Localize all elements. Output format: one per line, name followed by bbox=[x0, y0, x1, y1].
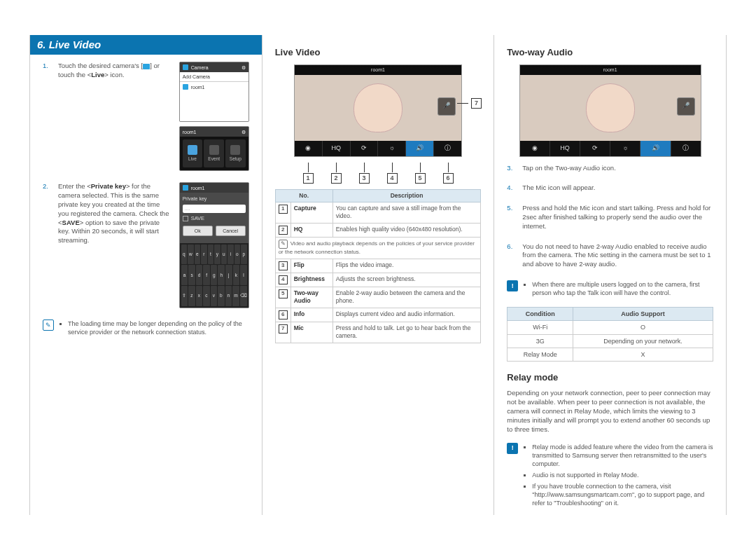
key: x bbox=[196, 286, 203, 306]
toolbar-icon: HQ bbox=[550, 141, 580, 156]
keyboard: qwertyuiopasdfghjkl⇧zxcvbnm⌫ bbox=[180, 243, 248, 308]
step: 6.You do not need to have 2-way Audio en… bbox=[507, 242, 713, 269]
key: l bbox=[240, 265, 247, 285]
tile-live: Live bbox=[183, 139, 203, 167]
table-row: 6InfoDisplays current video and audio in… bbox=[275, 308, 481, 322]
key: b bbox=[218, 286, 225, 306]
audio-support-table: Condition Audio Support Wi-FiO3GDependin… bbox=[507, 307, 713, 362]
section-title: 6. Live Video bbox=[30, 35, 262, 55]
key: a bbox=[181, 265, 188, 285]
th-audio-support: Audio Support bbox=[573, 308, 713, 321]
tile-event: Event bbox=[204, 139, 224, 167]
heading-two-way-audio: Two-way Audio bbox=[507, 46, 713, 59]
live-video-preview: room1 🎤 ◉HQ⟳☼🔊ⓘ bbox=[294, 64, 462, 157]
column-2: Live Video room1 🎤 ◉HQ⟳☼🔊ⓘ 7 123456 No. … bbox=[262, 35, 495, 515]
key: ⇧ bbox=[181, 286, 188, 306]
toolbar-icon: ◉ bbox=[520, 141, 550, 156]
callout: 4 bbox=[378, 163, 406, 184]
callout: 1 bbox=[294, 163, 322, 184]
table-row: Relay ModeX bbox=[507, 348, 713, 361]
callout: 3 bbox=[350, 163, 378, 184]
step-number: 2. bbox=[43, 182, 52, 308]
heading-live-video: Live Video bbox=[275, 46, 482, 59]
key: q bbox=[181, 245, 188, 265]
note-relay-mode: ! Relay mode is added feature where the … bbox=[507, 443, 713, 511]
step-number: 1. bbox=[43, 62, 52, 171]
key: w bbox=[188, 245, 194, 265]
toolbar-icon: 🔊 bbox=[406, 141, 434, 156]
table-row: 4BrightnessAdjusts the screen brightness… bbox=[275, 273, 481, 287]
table-row: ✎Video and audio playback depends on the… bbox=[275, 237, 481, 259]
note-multiple-users: ! When there are multiple users logged o… bbox=[507, 280, 713, 300]
save-checkbox: SAVE bbox=[183, 215, 246, 222]
key: r bbox=[201, 245, 207, 265]
step-text: Enter the <Private key> for the camera s… bbox=[58, 182, 172, 245]
table-row: Wi-FiO bbox=[507, 321, 713, 334]
callout-7: 7 bbox=[457, 98, 482, 109]
key: h bbox=[218, 265, 225, 285]
key: z bbox=[188, 286, 195, 306]
key: e bbox=[195, 245, 201, 265]
screenshot-tiles: room1⚙ Live Event Setup bbox=[179, 126, 249, 171]
key: g bbox=[211, 265, 218, 285]
note-item: If you have trouble connection to the ca… bbox=[532, 482, 713, 507]
toolbar-icon: ◉ bbox=[295, 141, 323, 156]
key: n bbox=[225, 286, 232, 306]
callout: 5 bbox=[406, 163, 434, 184]
info-icon: ✎ bbox=[43, 319, 54, 331]
table-row: 3GDepending on your network. bbox=[507, 334, 713, 348]
toolbar-icon: ⓘ bbox=[671, 141, 701, 156]
alert-icon: ! bbox=[507, 280, 518, 291]
th-desc: Description bbox=[332, 189, 481, 202]
alert-icon: ! bbox=[507, 443, 518, 454]
video-content-placeholder bbox=[354, 83, 402, 132]
step: 4.The Mic icon will appear. bbox=[507, 184, 713, 193]
video-content-placeholder bbox=[586, 83, 635, 132]
th-condition: Condition bbox=[507, 308, 573, 321]
description-table: No. Description 1CaptureYou can capture … bbox=[275, 189, 482, 343]
private-key-label: Private key bbox=[183, 195, 246, 202]
toolbar-icon: HQ bbox=[323, 141, 351, 156]
room-row: room1 bbox=[180, 82, 248, 92]
key: p bbox=[241, 245, 247, 265]
callouts-row: 123456 bbox=[294, 163, 462, 184]
key: k bbox=[233, 265, 240, 285]
table-row: 5Two-way AudioEnable 2-way audio between… bbox=[275, 287, 481, 308]
table-row: 1CaptureYou can capture and save a still… bbox=[275, 202, 481, 224]
key: t bbox=[208, 245, 214, 265]
tile-setup: Setup bbox=[225, 139, 246, 167]
key: ⌫ bbox=[240, 286, 247, 306]
toolbar-icon: ⟳ bbox=[351, 141, 379, 156]
table-row: 7MicPress and hold to talk. Let go to he… bbox=[275, 322, 481, 343]
toolbar-icon: ⓘ bbox=[434, 141, 461, 156]
key: u bbox=[221, 245, 227, 265]
screenshot-private-key: room1 Private key .... SAVE Ok Cancel qw… bbox=[179, 182, 249, 308]
callout: 6 bbox=[434, 163, 462, 184]
key: y bbox=[214, 245, 220, 265]
callout: 2 bbox=[322, 163, 350, 184]
manual-page: 6. Live Video 1. Touch the desired camer… bbox=[29, 35, 727, 515]
note-item: Relay mode is added feature where the vi… bbox=[532, 443, 713, 468]
camera-icon bbox=[143, 64, 150, 69]
key: m bbox=[232, 286, 239, 306]
th-no: No. bbox=[275, 189, 332, 202]
step-1: 1. Touch the desired camera's [] or touc… bbox=[43, 62, 249, 171]
column-1: 6. Live Video 1. Touch the desired camer… bbox=[30, 35, 262, 515]
cancel-button: Cancel bbox=[216, 226, 246, 236]
step-text: Touch the desired camera's [] or touch t… bbox=[58, 62, 172, 80]
room-label: room1 bbox=[520, 65, 701, 75]
key: s bbox=[188, 265, 195, 285]
screenshot-camera-list: Camera⚙ Add Camera room1 bbox=[179, 62, 249, 122]
step-2: 2. Enter the <Private key> for the camer… bbox=[43, 182, 249, 308]
add-camera-row: Add Camera bbox=[180, 72, 248, 82]
mic-icon: 🎤 bbox=[677, 97, 695, 116]
two-way-audio-preview: room1 🎤 ◉HQ⟳☼🔊ⓘ bbox=[519, 64, 701, 157]
mic-icon: 🎤 bbox=[438, 97, 456, 116]
key: f bbox=[203, 265, 210, 285]
note-loading: ✎ The loading time may be longer dependi… bbox=[43, 319, 249, 339]
key: d bbox=[196, 265, 203, 285]
column-3: Two-way Audio room1 🎤 ◉HQ⟳☼🔊ⓘ 3.Tap on t… bbox=[494, 35, 727, 515]
relay-mode-paragraph: Depending on your network connection, pe… bbox=[507, 389, 713, 434]
toolbar-icon: ⟳ bbox=[580, 141, 610, 156]
toolbar-icon: ☼ bbox=[378, 141, 406, 156]
